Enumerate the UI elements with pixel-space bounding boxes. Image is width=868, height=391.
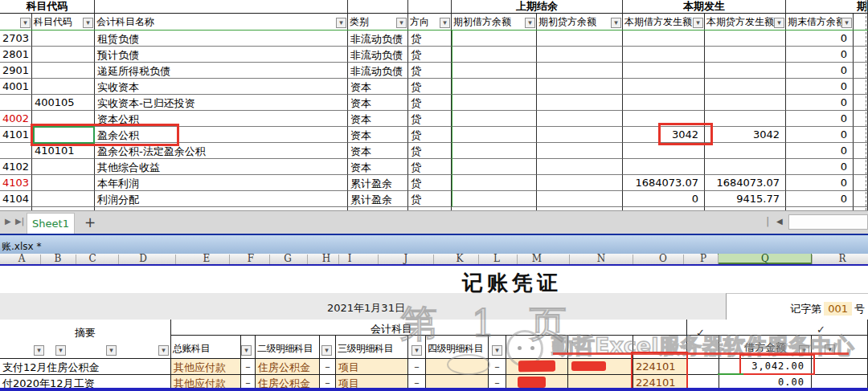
table-cell[interactable]: 4104 [0, 191, 32, 207]
table-cell[interactable] [537, 175, 623, 191]
header-l1[interactable]: 总账科目 [171, 336, 241, 359]
sheet-tab-sheet1[interactable]: Sheet1 [27, 213, 75, 234]
column-filter-header[interactable]: 期初借方余额▾ [452, 14, 537, 31]
table-cell[interactable] [537, 95, 623, 111]
table-cell[interactable] [705, 95, 786, 111]
table-cell[interactable]: 2703 [0, 31, 32, 47]
table-cell[interactable]: 贷 [408, 159, 452, 175]
table-cell[interactable]: 3042 [705, 127, 786, 143]
table-cell[interactable]: 贷 [408, 79, 452, 95]
voucher-cell-d0[interactable]: – [241, 359, 256, 375]
column-letter-f[interactable]: F [248, 254, 254, 264]
column-letter-h[interactable]: H [322, 254, 330, 264]
table-cell[interactable]: 贷 [408, 63, 452, 79]
table-cell[interactable] [537, 63, 623, 79]
column-letter-i[interactable]: I [348, 254, 352, 264]
column-letter-k[interactable]: K [457, 254, 464, 264]
voucher-cell-d3[interactable]: – [489, 359, 506, 375]
table-cell[interactable] [705, 111, 786, 127]
column-letter-l[interactable]: L [493, 254, 500, 264]
column-letter-a[interactable]: A [18, 254, 26, 264]
table-cell[interactable] [705, 143, 786, 159]
table-cell[interactable]: 4101 [0, 127, 32, 143]
table-cell[interactable] [537, 79, 623, 95]
table-cell[interactable]: 4002 [0, 111, 32, 127]
table-cell[interactable] [537, 111, 623, 127]
column-letter-o[interactable]: O [659, 254, 667, 264]
table-cell[interactable] [32, 159, 95, 175]
table-cell[interactable]: 非流动负债 [348, 63, 408, 79]
table-cell[interactable]: 贷 [408, 111, 452, 127]
table-cell[interactable]: 1684073.07 [705, 175, 786, 191]
filter-dropdown-icon[interactable]: ▾ [55, 345, 66, 356]
table-cell[interactable] [537, 47, 623, 63]
table-cell[interactable]: 贷 [408, 47, 452, 63]
table-cell[interactable] [705, 63, 786, 79]
filter-dropdown-icon[interactable]: ▾ [34, 345, 44, 356]
table-cell[interactable] [623, 47, 705, 63]
table-cell[interactable] [537, 127, 623, 143]
column-letter-b[interactable]: B [55, 254, 62, 264]
filter-dropdown-icon[interactable]: ▾ [20, 18, 31, 28]
column-filter-header[interactable]: 方向▾ [408, 14, 452, 31]
column-letter-p[interactable]: P [700, 254, 706, 264]
table-cell[interactable] [705, 159, 786, 175]
table-cell[interactable]: 0 [786, 63, 854, 79]
table-cell[interactable]: 0 [786, 31, 854, 47]
table-cell[interactable]: 贷 [408, 175, 452, 191]
table-cell[interactable] [452, 191, 537, 207]
table-cell[interactable]: 本年利润 [95, 175, 348, 191]
filter-dropdown-icon[interactable]: ▾ [321, 345, 332, 356]
column-letter-q[interactable]: Q [761, 254, 769, 264]
table-cell[interactable] [452, 175, 537, 191]
table-cell[interactable] [32, 63, 95, 79]
table-cell[interactable] [623, 143, 705, 159]
table-cell[interactable] [0, 143, 32, 159]
filter-dropdown-icon[interactable]: ▾ [774, 18, 784, 28]
table-cell[interactable] [623, 159, 705, 175]
column-filter-header[interactable]: ▾ [0, 14, 32, 31]
table-cell[interactable]: 2801 [0, 47, 32, 63]
table-cell[interactable]: 实收资本-已归还投资 [95, 95, 348, 111]
table-cell[interactable]: 0 [786, 95, 854, 111]
table-cell[interactable]: 资本 [348, 95, 408, 111]
doc-no-value[interactable]: 001 [824, 302, 852, 316]
table-cell[interactable]: 400105 [32, 95, 95, 111]
add-sheet-button[interactable]: + [81, 214, 99, 231]
filter-dropdown-icon[interactable]: ▾ [336, 18, 346, 28]
table-cell[interactable]: 预计负债 [95, 47, 348, 63]
voucher-cell-l3[interactable]: 项目 [336, 359, 408, 375]
filter-dropdown-icon[interactable]: ▾ [525, 18, 535, 28]
filter-dropdown-icon[interactable]: ▾ [611, 18, 621, 28]
filter-dropdown-icon[interactable]: ▾ [841, 18, 852, 28]
active-cell-border[interactable] [33, 126, 95, 144]
table-cell[interactable]: 0 [623, 191, 705, 207]
table-cell[interactable]: 4103 [0, 175, 32, 191]
table-cell[interactable]: 1684073.07 [623, 175, 705, 191]
table-cell[interactable] [452, 159, 537, 175]
table-cell[interactable] [452, 127, 537, 143]
column-filter-header[interactable]: 类别▾ [348, 14, 408, 31]
header-l3[interactable]: 三级明细科目 [336, 336, 408, 359]
filter-dropdown-icon[interactable]: ▾ [440, 18, 450, 28]
table-cell[interactable] [452, 31, 537, 47]
table-cell[interactable]: 贷 [408, 95, 452, 111]
table-cell[interactable]: 资本 [348, 159, 408, 175]
table-cell[interactable] [623, 63, 705, 79]
table-cell[interactable]: 非流动负债 [348, 47, 408, 63]
table-cell[interactable] [537, 31, 623, 47]
header-l2[interactable]: 二级明细科目 [256, 336, 320, 359]
header-summary[interactable]: 摘要▾▾▾▾ [0, 320, 171, 359]
table-cell[interactable]: 0 [786, 127, 854, 143]
table-cell[interactable]: 非流动负债 [348, 31, 408, 47]
horizontal-scrollbar[interactable] [788, 214, 868, 230]
voucher-cell-l2[interactable]: 住房公积金 [256, 359, 320, 375]
table-cell[interactable]: 租赁负债 [95, 31, 348, 47]
filter-dropdown-icon[interactable]: ▾ [83, 18, 93, 28]
table-cell[interactable]: 递延所得税负债 [95, 63, 348, 79]
table-cell[interactable]: 0 [786, 191, 854, 207]
table-cell[interactable] [452, 63, 537, 79]
filter-dropdown-icon[interactable]: ▾ [106, 345, 117, 356]
table-cell[interactable]: 0 [786, 175, 854, 191]
column-letter-j[interactable]: J [404, 254, 408, 264]
